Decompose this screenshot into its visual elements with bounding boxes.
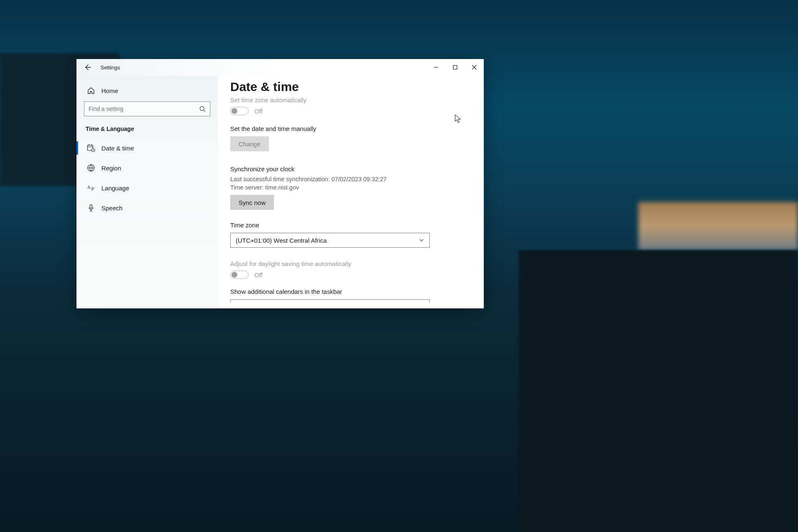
page-title: Date & time xyxy=(230,80,471,94)
additional-calendars-dropdown[interactable] xyxy=(230,299,430,303)
auto-timezone-state: Off xyxy=(254,108,263,115)
calendar-clock-icon xyxy=(86,143,96,153)
microphone-icon xyxy=(86,203,96,212)
sidebar-item-label: Region xyxy=(101,165,121,172)
close-icon xyxy=(472,65,477,70)
svg-text:A: A xyxy=(87,185,91,190)
sidebar-item-label: Date & time xyxy=(101,145,134,152)
window-body: Home Time & Language Date & time R xyxy=(76,76,484,308)
last-sync-text: Last successful time synchronization: 07… xyxy=(230,176,471,182)
minimize-button[interactable] xyxy=(426,59,446,76)
titlebar: Settings xyxy=(76,59,484,76)
minimize-icon xyxy=(433,65,438,70)
manual-datetime-label: Set the date and time manually xyxy=(230,125,471,132)
auto-timezone-toggle[interactable] xyxy=(230,107,249,115)
sidebar-home[interactable]: Home xyxy=(84,81,210,100)
sidebar-item-language[interactable]: A字 Language xyxy=(84,178,210,198)
sidebar-home-label: Home xyxy=(101,87,118,94)
dst-state: Off xyxy=(254,271,263,278)
globe-icon xyxy=(86,163,96,172)
time-server-text: Time server: time.nist.gov xyxy=(230,184,471,191)
additional-calendars-label: Show additional calendars in the taskbar xyxy=(230,288,471,295)
svg-rect-7 xyxy=(90,204,92,208)
svg-point-1 xyxy=(200,106,204,111)
search-icon xyxy=(199,106,206,112)
svg-text:字: 字 xyxy=(91,187,94,191)
back-arrow-icon xyxy=(85,64,91,71)
back-button[interactable] xyxy=(81,61,95,74)
maximize-icon xyxy=(453,65,458,70)
sync-now-button[interactable]: Sync now xyxy=(230,195,274,210)
timezone-value: (UTC+01:00) West Central Africa xyxy=(236,237,327,244)
timezone-dropdown[interactable]: (UTC+01:00) West Central Africa xyxy=(230,233,430,248)
content-area: Date & time Set time zone automatically … xyxy=(218,76,484,308)
window-controls xyxy=(426,59,484,76)
maximize-button[interactable] xyxy=(446,59,465,76)
change-datetime-button[interactable]: Change xyxy=(230,136,269,151)
chevron-down-icon xyxy=(419,237,424,243)
home-icon xyxy=(86,86,96,95)
timezone-label: Time zone xyxy=(230,222,471,229)
auto-timezone-label: Set time zone automatically xyxy=(230,96,471,103)
settings-window: Settings Home xyxy=(76,59,484,308)
sidebar-item-label: Speech xyxy=(101,204,123,212)
language-icon: A字 xyxy=(86,183,96,192)
sidebar-item-speech[interactable]: Speech xyxy=(84,198,210,218)
close-button[interactable] xyxy=(465,59,484,76)
search-input[interactable] xyxy=(89,106,199,112)
sidebar-item-label: Language xyxy=(101,185,129,192)
sidebar: Home Time & Language Date & time R xyxy=(76,76,218,308)
svg-rect-0 xyxy=(453,66,457,69)
sidebar-section-title: Time & Language xyxy=(86,126,210,132)
dst-label: Adjust for daylight saving time automati… xyxy=(230,260,471,267)
window-title: Settings xyxy=(101,64,120,71)
dst-toggle[interactable] xyxy=(230,271,249,279)
sidebar-item-date-time[interactable]: Date & time xyxy=(84,138,210,158)
sync-heading: Synchronize your clock xyxy=(230,165,471,172)
search-box[interactable] xyxy=(84,101,210,116)
sidebar-item-region[interactable]: Region xyxy=(84,158,210,178)
search-container xyxy=(84,101,210,116)
